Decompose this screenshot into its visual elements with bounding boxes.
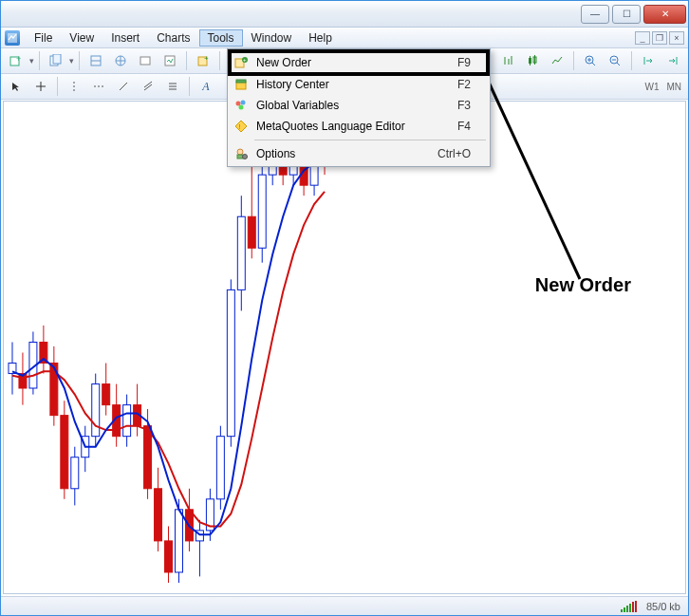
equidistant-button[interactable] [137,76,159,97]
menu-item-options[interactable]: OptionsCtrl+O [230,143,488,164]
svg-line-39 [144,84,152,90]
svg-line-26 [592,63,595,65]
svg-rect-93 [258,175,266,248]
menu-item-shortcut: Ctrl+O [438,147,471,160]
svg-rect-73 [155,489,162,541]
horizontal-line-button[interactable] [87,76,110,97]
svg-text:+: + [16,54,21,64]
svg-rect-61 [92,384,100,437]
svg-rect-87 [227,289,234,436]
menu-item-shortcut: F2 [457,78,471,91]
svg-point-116 [237,149,243,155]
maximize-button[interactable]: ☐ [612,5,641,24]
svg-text:+: + [204,54,209,63]
menu-charts[interactable]: Charts [148,29,198,47]
app-icon [5,30,20,46]
svg-point-111 [236,102,241,106]
minimize-button[interactable]: — [581,5,609,24]
crosshair-button[interactable] [29,76,52,97]
timeframe-w1[interactable]: W1 [642,82,661,92]
menu-item-metaquotes-language-editor[interactable]: !MetaQuotes Language EditorF4 [230,116,488,137]
timeframe-mn[interactable]: MN [663,82,684,92]
svg-point-112 [241,101,246,105]
zoom-in-button[interactable] [579,50,602,71]
svg-point-118 [243,155,248,159]
svg-rect-67 [123,405,131,437]
tools-menu-dropdown: +New OrderF9History CenterF2Global Varia… [227,48,491,167]
title-bar: — ☐ ✕ [1,1,688,28]
candlestick-button[interactable] [521,50,544,71]
svg-rect-89 [237,216,245,289]
menu-item-shortcut: F3 [457,99,471,112]
mdi-minimize-button[interactable]: _ [635,31,650,45]
mql-icon: ! [233,119,249,134]
bar-chart-button[interactable] [496,50,519,71]
svg-line-30 [617,63,620,65]
annotation-label: New Order [535,274,631,296]
window-controls: — ☐ ✕ [581,5,686,24]
menu-item-shortcut: F9 [457,56,471,69]
menu-item-label: MetaQuotes Language Editor [256,120,405,133]
auto-scroll-button[interactable] [637,50,660,71]
svg-rect-85 [216,437,224,499]
svg-rect-110 [236,80,246,83]
svg-line-40 [144,82,152,87]
connection-bars-icon [621,601,637,612]
tester-button[interactable] [158,50,181,71]
cursor-button[interactable] [5,76,28,97]
close-button[interactable]: ✕ [643,5,686,24]
menu-item-label: New Order [256,56,311,69]
menu-view[interactable]: View [61,29,102,47]
text-button[interactable]: A [195,76,217,97]
menu-tools[interactable]: Tools [199,29,243,47]
menu-file[interactable]: File [26,29,61,47]
menu-item-shortcut: F4 [457,120,471,133]
svg-rect-75 [165,541,173,572]
svg-rect-63 [102,384,110,405]
svg-rect-57 [71,457,79,489]
menu-bar: FileViewInsertChartsToolsWindowHelp _ ❐ … [1,28,688,48]
svg-text:+: + [243,57,247,63]
terminal-button[interactable] [134,50,157,71]
profiles-button[interactable] [45,50,67,71]
status-bar: 85/0 kb [1,596,688,615]
new-chart-button[interactable]: + [5,50,28,71]
chart-shift-button[interactable] [661,50,684,71]
svg-rect-71 [144,426,152,489]
mdi-controls: _ ❐ × [635,31,684,45]
svg-text:!: ! [239,123,241,130]
vertical-line-button[interactable] [63,76,85,97]
market-watch-button[interactable] [84,50,107,71]
trendline-button[interactable] [112,76,135,97]
menu-item-history-center[interactable]: History CenterF2 [230,74,488,95]
svg-rect-77 [175,510,182,572]
svg-line-38 [120,83,127,90]
new-order-button[interactable]: + [192,50,214,71]
menu-item-label: History Center [256,78,329,91]
menu-window[interactable]: Window [243,29,301,47]
options-icon [233,146,249,161]
mdi-restore-button[interactable]: ❐ [652,31,667,45]
fibonacci-button[interactable] [161,76,184,97]
mdi-close-button[interactable]: × [669,31,684,45]
menu-insert[interactable]: Insert [102,29,148,47]
svg-rect-55 [61,416,68,489]
svg-rect-10 [140,57,150,65]
globals-icon [233,98,249,113]
menu-item-label: Options [256,147,295,160]
traffic-label: 85/0 kb [646,601,680,612]
menu-item-new-order[interactable]: +New OrderF9 [228,49,490,76]
app-window: — ☐ ✕ FileViewInsertChartsToolsWindowHel… [0,0,689,616]
history-icon [233,77,249,92]
svg-rect-91 [248,216,255,248]
svg-line-119 [485,74,580,279]
svg-point-113 [239,105,244,110]
new-order-icon: + [233,55,249,70]
svg-rect-4 [53,54,61,64]
navigator-button[interactable] [109,50,132,71]
menu-item-global-variables[interactable]: Global VariablesF3 [230,95,488,116]
menu-help[interactable]: Help [300,29,341,47]
zoom-out-button[interactable] [604,50,626,71]
menu-item-label: Global Variables [256,99,339,112]
line-chart-button[interactable] [546,50,568,71]
